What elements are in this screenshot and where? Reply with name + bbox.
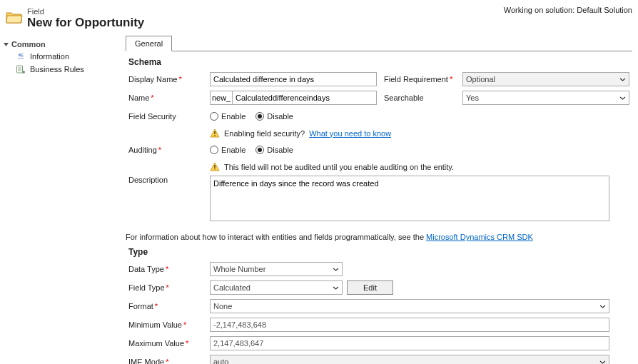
field-security-disable-radio[interactable]: Disable [255, 112, 293, 121]
nav-item-business-rules[interactable]: Business Rules [3, 63, 118, 76]
label-field-security: Field Security [128, 112, 210, 121]
description-textarea[interactable] [210, 176, 609, 221]
display-name-input[interactable] [210, 72, 377, 86]
folder-icon [6, 10, 23, 24]
data-type-select[interactable]: Whole Number [210, 262, 343, 276]
sdk-link[interactable]: Microsoft Dynamics CRM SDK [426, 233, 533, 241]
max-value-input [210, 336, 609, 350]
label-description: Description [128, 176, 210, 184]
label-data-type: Data Type* [128, 265, 210, 273]
label-field-type: Field Type* [128, 283, 210, 292]
label-display-name: Display Name* [128, 75, 210, 84]
label-ime-mode: IME Mode* [128, 358, 210, 364]
auditing-warning-text: This field will not be audited until you… [224, 163, 454, 171]
warning-icon [210, 128, 220, 138]
chevron-down-icon [616, 73, 629, 86]
field-security-enable-radio[interactable]: Enable [210, 112, 245, 121]
label-min-value: Minimum Value* [128, 320, 210, 329]
label-max-value: Maximum Value* [128, 339, 210, 348]
label-format: Format* [128, 302, 210, 310]
auditing-enable-radio[interactable]: Enable [210, 146, 245, 154]
field-requirement-select[interactable]: Optional [462, 72, 629, 86]
label-name: Name* [128, 93, 210, 102]
page-title: New for Opportunity [27, 16, 144, 30]
field-security-info-link[interactable]: What you need to know [309, 129, 391, 138]
solution-context-label: Working on solution: Default Solution [504, 6, 632, 14]
section-type-heading: Type [128, 247, 629, 257]
field-type-select[interactable]: Calculated [210, 280, 343, 295]
chevron-down-icon [616, 91, 629, 104]
ime-mode-select[interactable]: auto [210, 355, 609, 364]
field-security-warning-text: Enabling field security? [224, 129, 305, 138]
left-nav: Common Information Business Rules [0, 36, 126, 358]
name-prefix-input [210, 91, 233, 105]
edit-button[interactable]: Edit [347, 280, 393, 295]
nav-group-label: Common [11, 40, 46, 49]
label-searchable: Searchable [384, 93, 462, 102]
tab-bar: General [126, 36, 632, 51]
auditing-disable-radio[interactable]: Disable [255, 146, 293, 154]
business-rules-icon [16, 64, 26, 74]
nav-item-information[interactable]: Information [3, 50, 118, 63]
collapse-icon [3, 41, 9, 47]
min-value-input [210, 318, 609, 332]
section-schema-heading: Schema [128, 57, 629, 67]
tab-general[interactable]: General [126, 36, 172, 51]
information-icon [16, 51, 26, 61]
name-input[interactable] [233, 91, 377, 105]
warning-icon [210, 162, 220, 171]
chevron-down-icon [596, 300, 609, 313]
label-field-requirement: Field Requirement* [384, 75, 462, 84]
nav-item-label: Business Rules [30, 65, 84, 74]
chevron-down-icon [329, 263, 342, 275]
format-select[interactable]: None [210, 299, 609, 313]
entity-type-label: Field [27, 7, 144, 16]
chevron-down-icon [596, 355, 609, 364]
nav-group-common[interactable]: Common [3, 39, 118, 50]
chevron-down-icon [329, 281, 342, 294]
searchable-select[interactable]: Yes [462, 91, 629, 105]
label-auditing: Auditing* [128, 146, 210, 154]
sdk-note: For information about how to interact wi… [126, 233, 632, 241]
nav-item-label: Information [30, 52, 69, 61]
